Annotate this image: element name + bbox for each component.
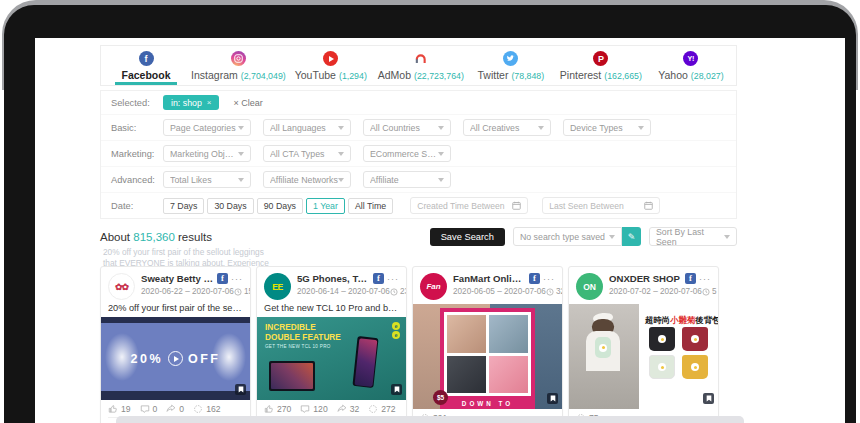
clock-icon [702,288,710,296]
save-search-button[interactable]: Save Search [430,228,505,246]
card-menu-button[interactable]: ··· [231,277,243,281]
ecommerce-softwares-select[interactable]: ECommerce Softwares [363,145,451,162]
ad-date-range: 2020-06-22 – 2020-07-06 [141,287,234,296]
ad-card: ON ONXDER SHOP f ··· 2020-07-02 – 2020-0… [568,266,719,423]
clock-icon [546,288,554,296]
ad-creative[interactable]: DOWN TO $5 [413,304,562,409]
sort-select[interactable]: Sort By Last Seen [649,227,737,246]
advertiser-avatar[interactable]: ✿✿ [108,273,135,300]
card-menu-button[interactable]: ··· [387,277,399,281]
advertiser-avatar[interactable]: ON [576,273,603,300]
chevron-down-icon [638,126,644,130]
advertiser-name[interactable]: ONXDER SHOP [609,273,682,284]
tab-facebook[interactable]: f Facebook [101,46,191,85]
tab-yahoo[interactable]: Y! Yahoo(28,027) [646,46,736,85]
basic-filter-row: Basic: Page Categories All Languages All… [101,115,736,141]
ad-duration: 15 Days [244,287,251,296]
tab-pinterest[interactable]: P Pinterest(162,665) [556,46,646,85]
created-time-input[interactable]: Created Time Between [410,197,528,214]
date-30days-button[interactable]: 30 Days [207,198,253,214]
calendar-icon [512,201,521,210]
date-label: Date: [111,201,163,211]
affiliate-select[interactable]: Affiliate [363,171,451,188]
advertiser-avatar[interactable]: Fan [420,273,447,300]
save-ad-icon[interactable] [703,393,714,404]
ad-duration: 23 Days [400,287,407,296]
ad-creative[interactable]: 超時尚小雛菊後背包 [569,304,718,409]
tab-instagram[interactable]: Instagram(2,704,049) [191,46,286,85]
advertiser-name[interactable]: Sweaty Betty London | Wom... [141,273,214,284]
affiliate-networks-select[interactable]: Affiliate Networks [263,171,351,188]
save-ad-icon[interactable] [235,384,246,395]
play-icon[interactable] [168,351,183,366]
tab-youtube[interactable]: YouTube(1,294) [286,46,376,85]
cta-types-select[interactable]: All CTA Types [263,145,351,162]
marketing-filter-row: Marketing: Marketing Objectives All CTA … [101,141,736,167]
date-90days-button[interactable]: 90 Days [257,198,303,214]
comment-icon [140,404,150,414]
tab-count: (162,665) [604,71,642,81]
save-ad-icon[interactable] [391,384,402,395]
saved-search-select[interactable]: No search type saved [513,227,622,246]
ad-message: Get the new TCL 10 Pro and bag a free TC… [257,300,406,317]
advertiser-avatar[interactable]: EE [264,273,291,300]
ee-logo: ee [392,322,400,339]
ad-spy-app: f Facebook Instagram(2,704,049) YouTube(… [0,0,860,423]
yahoo-icon: Y! [683,51,698,66]
facebook-icon: f [139,51,154,66]
countries-select[interactable]: All Countries [363,119,451,136]
social-network-tabbar: f Facebook Instagram(2,704,049) YouTube(… [100,45,737,86]
keyword-chip[interactable]: in: shop× [163,95,219,110]
languages-select[interactable]: All Languages [263,119,351,136]
chip-remove-icon[interactable]: × [207,98,212,107]
results-count: About 815,360 results [100,231,212,243]
ad-creative[interactable]: INCREDIBLE DOUBLE FEATURE GET THE NEW TC… [257,317,406,400]
tab-label: Twitter [478,69,509,81]
save-ad-icon[interactable] [547,393,558,404]
advertiser-name[interactable]: 5G Phones, Tablets & SIMs | ... [297,273,370,284]
tab-count: (2,704,049) [241,71,286,81]
clock-icon [234,288,242,296]
basic-label: Basic: [111,123,163,133]
date-alltime-button[interactable]: All Time [348,198,393,214]
date-1year-button[interactable]: 1 Year [306,198,345,214]
ad-card: EE 5G Phones, Tablets & SIMs | ... f ···… [256,266,407,423]
clear-filters-link[interactable]: × Clear [233,98,262,108]
advanced-filter-row: Advanced: Total Likes Affiliate Networks… [101,167,736,193]
ad-message: 20% off your first pair of the sellout l… [101,300,250,317]
device-types-select[interactable]: Device Types [563,119,651,136]
clock-icon [390,288,398,296]
like-icon [264,404,274,414]
chevron-down-icon [238,178,244,182]
card-menu-button[interactable]: ··· [699,277,711,281]
facebook-badge-icon: f [373,273,384,284]
page-categories-select[interactable]: Page Categories [163,119,251,136]
chevron-down-icon [338,178,344,182]
filter-panel: Selected: in: shop× × Clear Basic: Page … [100,90,737,219]
ad-duration: 5 Days [712,287,719,296]
chevron-down-icon [609,235,615,239]
last-seen-input[interactable]: Last Seen Between [542,197,660,214]
tab-admob[interactable]: AdMob(22,723,764) [376,46,466,85]
marketing-objectives-select[interactable]: Marketing Objectives [163,145,251,162]
advertiser-name[interactable]: FanMart Online Shopping - F... [453,273,526,284]
like-icon [108,404,118,414]
ad-creative[interactable]: 20%OFF [101,317,250,400]
card-menu-button[interactable]: ··· [543,277,555,281]
chevron-down-icon [538,126,544,130]
tab-count: (22,723,764) [414,71,464,81]
admob-icon [413,51,428,66]
tab-label: YouTube [295,69,336,81]
edit-saved-search-button[interactable]: ✎ [622,227,641,246]
tab-twitter[interactable]: Twitter(78,848) [466,46,556,85]
tab-label: Pinterest [560,69,601,81]
selected-label: Selected: [111,98,163,108]
date-7days-button[interactable]: 7 Days [163,198,204,214]
total-likes-select[interactable]: Total Likes [163,171,251,188]
ad-results-grid: 20% off your first pair of the sellout l… [100,266,737,423]
comment-icon [300,404,310,414]
share-icon [337,404,347,414]
facebook-badge-icon: f [529,273,540,284]
creatives-select[interactable]: All Creatives [463,119,551,136]
ad-date-range: 2020-07-02 – 2020-07-06 [609,287,702,296]
